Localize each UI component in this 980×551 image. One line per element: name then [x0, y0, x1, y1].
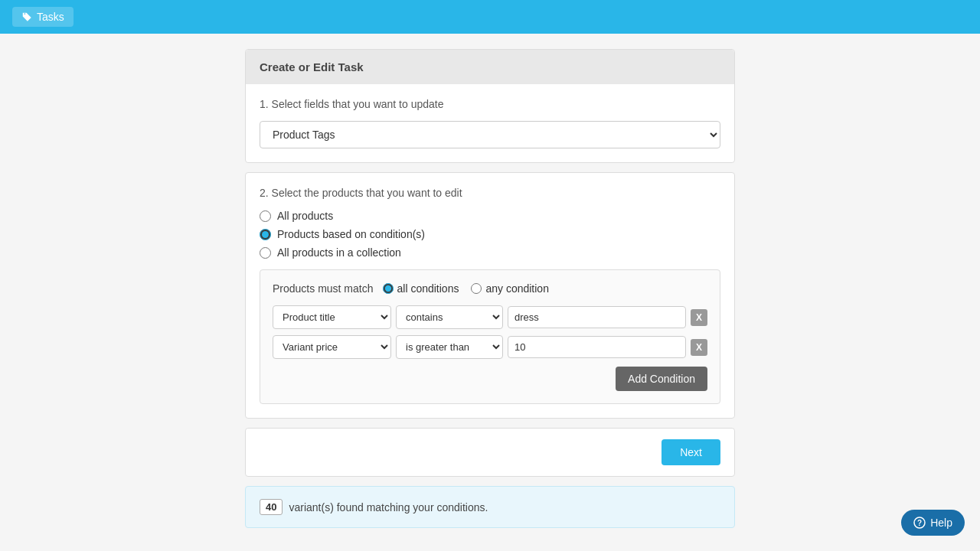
tasks-label: Tasks	[37, 11, 64, 23]
fields-dropdown[interactable]: Product Tags Product Title Product Descr…	[260, 121, 720, 148]
condition1-field-select[interactable]: Product title Variant price Product type…	[273, 305, 391, 329]
radio-collection-input[interactable]	[260, 247, 271, 259]
match-all-conditions[interactable]: all conditions	[383, 282, 459, 295]
main-card: Create or Edit Task 1. Select fields tha…	[245, 49, 735, 163]
condition-row-1: Product title Variant price Product type…	[273, 305, 707, 329]
help-label: Help	[930, 517, 952, 529]
match-options: all conditions any condition	[383, 282, 549, 295]
condition2-remove-button[interactable]: X	[691, 339, 707, 356]
condition-row-2: Product title Variant price Product type…	[273, 335, 707, 359]
condition1-operator-select[interactable]: contains does not contain is equal to st…	[396, 305, 503, 329]
page-title: Create or Edit Task	[246, 50, 734, 84]
match-any-radio[interactable]	[471, 283, 482, 294]
match-all-radio[interactable]	[383, 283, 394, 294]
match-any-label: any condition	[485, 282, 549, 295]
next-button[interactable]: Next	[662, 439, 720, 465]
variants-banner: 40 variant(s) found matching your condit…	[245, 486, 735, 528]
radio-all-products-input[interactable]	[260, 210, 271, 222]
condition1-value-input[interactable]	[508, 306, 686, 328]
section2-title: 2. Select the products that you want to …	[260, 187, 720, 199]
add-condition-row: Add Condition	[273, 367, 707, 391]
section2-body: 2. Select the products that you want to …	[246, 173, 734, 418]
tag-icon	[21, 11, 32, 22]
condition1-remove-button[interactable]: X	[691, 309, 707, 326]
match-label: Products must match	[273, 282, 374, 295]
main-content: Create or Edit Task 1. Select fields tha…	[245, 49, 735, 528]
section2-card: 2. Select the products that you want to …	[245, 172, 735, 419]
section1-body: 1. Select fields that you want to update…	[246, 84, 734, 162]
radio-based-on-conditions[interactable]: Products based on condition(s)	[260, 228, 720, 240]
help-icon: ?	[913, 517, 926, 529]
match-all-label: all conditions	[397, 282, 459, 295]
tasks-button[interactable]: Tasks	[12, 7, 74, 27]
radio-collection-label: All products in a collection	[277, 246, 401, 259]
conditions-panel: Products must match all conditions any c…	[260, 269, 720, 404]
radio-all-products[interactable]: All products	[260, 210, 720, 222]
radio-all-products-label: All products	[277, 210, 333, 222]
variants-message: variant(s) found matching your condition…	[289, 501, 488, 514]
topbar: Tasks	[0, 0, 980, 34]
match-row: Products must match all conditions any c…	[273, 282, 707, 295]
svg-text:?: ?	[917, 519, 922, 527]
radio-conditions-label: Products based on condition(s)	[277, 228, 425, 240]
add-condition-button[interactable]: Add Condition	[616, 367, 707, 391]
match-any-condition[interactable]: any condition	[471, 282, 549, 295]
next-row: Next	[245, 428, 735, 477]
radio-all-in-collection[interactable]: All products in a collection	[260, 246, 720, 259]
variants-count: 40	[260, 499, 283, 515]
condition2-value-input[interactable]	[508, 336, 686, 358]
radio-conditions-input[interactable]	[260, 229, 271, 240]
help-button[interactable]: ? Help	[901, 510, 965, 536]
condition2-field-select[interactable]: Product title Variant price Product type…	[273, 335, 391, 359]
section1-title: 1. Select fields that you want to update	[260, 98, 720, 110]
condition2-operator-select[interactable]: is greater than is less than is equal to…	[396, 335, 503, 359]
product-selection-group: All products Products based on condition…	[260, 210, 720, 259]
